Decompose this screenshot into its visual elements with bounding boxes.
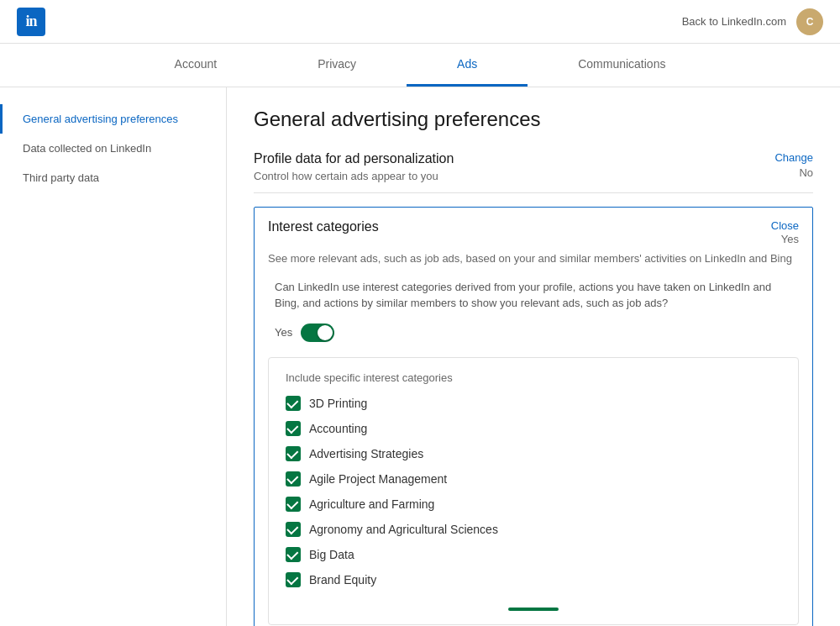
interest-categories-box: Interest categories Close Yes See more r… xyxy=(254,207,813,626)
list-item: Agile Project Management xyxy=(286,471,781,487)
categories-label: Include specific interest categories xyxy=(286,371,781,384)
list-item: Brand Equity xyxy=(286,572,781,587)
toggle-row: Yes xyxy=(275,324,792,342)
list-item: Accounting xyxy=(286,421,781,436)
interest-toggle[interactable] xyxy=(301,324,334,342)
list-item: Big Data xyxy=(286,547,781,562)
category-accounting: Accounting xyxy=(309,422,367,435)
tab-privacy[interactable]: Privacy xyxy=(267,44,407,87)
tab-ads[interactable]: Ads xyxy=(407,44,528,87)
category-agriculture: Agriculture and Farming xyxy=(309,497,434,511)
profile-change-link[interactable]: Change xyxy=(774,151,813,164)
main-content: General advertising preferences Profile … xyxy=(227,87,840,626)
list-item: Advertising Strategies xyxy=(286,446,781,461)
checkbox-accounting[interactable] xyxy=(286,421,301,436)
interest-box-header: Interest categories Close Yes xyxy=(268,219,799,245)
checkbox-brand-equity[interactable] xyxy=(286,572,301,587)
top-bar-right: Back to LinkedIn.com C xyxy=(682,8,823,35)
profile-section-value: No xyxy=(799,166,813,179)
category-agronomy: Agronomy and Agricultural Sciences xyxy=(309,523,498,536)
interest-title: Interest categories xyxy=(268,219,379,234)
sidebar-item-data[interactable]: Data collected on LinkedIn xyxy=(0,134,226,163)
checkbox-big-data[interactable] xyxy=(286,547,301,562)
page-title: General advertising preferences xyxy=(254,108,813,131)
profile-section-title: Profile data for ad personalization xyxy=(254,151,454,166)
interest-desc: See more relevant ads, such as job ads, … xyxy=(268,250,799,267)
content-layout: General advertising preferences Data col… xyxy=(0,87,840,626)
interest-close-link[interactable]: Close xyxy=(771,219,799,232)
sidebar-item-third[interactable]: Third party data xyxy=(0,163,226,192)
list-item: 3D Printing xyxy=(286,396,781,411)
toggle-question: Can LinkedIn use interest categories der… xyxy=(275,279,792,312)
sidebar: General advertising preferences Data col… xyxy=(0,87,227,626)
checkbox-agronomy[interactable] xyxy=(286,522,301,537)
checkbox-advertising-strategies[interactable] xyxy=(286,446,301,461)
checkbox-agriculture[interactable] xyxy=(286,497,301,512)
tab-account[interactable]: Account xyxy=(124,44,268,87)
checkbox-agile-pm[interactable] xyxy=(286,471,301,487)
sidebar-item-general[interactable]: General advertising preferences xyxy=(0,104,226,134)
list-item: Agronomy and Agricultural Sciences xyxy=(286,522,781,537)
category-agile-pm: Agile Project Management xyxy=(309,472,447,486)
category-big-data: Big Data xyxy=(309,548,354,561)
back-to-linkedin-link[interactable]: Back to LinkedIn.com xyxy=(682,15,786,28)
category-3d-printing: 3D Printing xyxy=(309,397,367,410)
interest-action: Close Yes xyxy=(771,219,799,245)
avatar[interactable]: C xyxy=(796,8,823,35)
profile-section-desc: Control how certain ads appear to you xyxy=(254,170,454,182)
list-item: Agriculture and Farming xyxy=(286,497,781,512)
top-bar: in Back to LinkedIn.com C xyxy=(0,0,840,44)
categories-box: Include specific interest categories 3D … xyxy=(268,357,799,625)
interest-value: Yes xyxy=(781,233,799,245)
toggle-knob xyxy=(318,325,333,340)
tab-communications[interactable]: Communications xyxy=(528,44,716,87)
profile-section: Profile data for ad personalization Cont… xyxy=(254,151,813,193)
checkbox-3d-printing[interactable] xyxy=(286,396,301,411)
profile-section-action: Change No xyxy=(774,151,813,179)
profile-section-text: Profile data for ad personalization Cont… xyxy=(254,151,454,182)
nav-tabs: Account Privacy Ads Communications xyxy=(0,44,840,87)
scroll-indicator xyxy=(508,608,559,611)
toggle-label: Yes xyxy=(275,326,292,339)
linkedin-logo: in xyxy=(17,8,45,36)
category-advertising-strategies: Advertising Strategies xyxy=(309,447,423,460)
category-brand-equity: Brand Equity xyxy=(309,573,376,587)
toggle-section: Can LinkedIn use interest categories der… xyxy=(268,267,799,354)
